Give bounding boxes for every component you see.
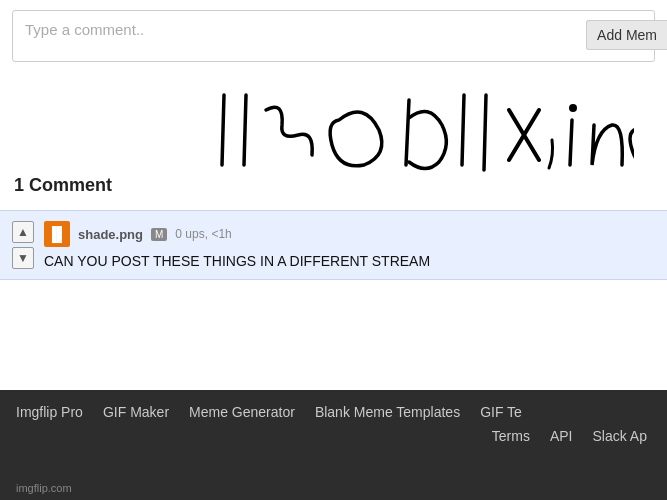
avatar: ▐▌ — [44, 221, 70, 247]
footer-link-gif-te[interactable]: GIF Te — [480, 404, 522, 420]
comment-text: CAN YOU POST THESE THINGS IN A DIFFERENT… — [44, 253, 655, 269]
comment-count: 1 Comment — [14, 175, 112, 196]
footer-link-api[interactable]: API — [550, 428, 573, 444]
comment-meta: ▐▌ shade.png M 0 ups, <1h — [44, 221, 655, 247]
username[interactable]: shade.png — [78, 227, 143, 242]
comment-input-area[interactable]: Type a comment.. — [12, 10, 655, 62]
handwriting-svg — [204, 80, 634, 190]
footer: Imgflip Pro GIF Maker Meme Generator Bla… — [0, 390, 667, 500]
downvote-button[interactable]: ▼ — [12, 247, 34, 269]
footer-links-row1: Imgflip Pro GIF Maker Meme Generator Bla… — [16, 404, 651, 420]
footer-link-blank-meme[interactable]: Blank Meme Templates — [315, 404, 460, 420]
vote-arrows: ▲ ▼ — [12, 221, 34, 269]
vote-info: 0 ups, <1h — [175, 227, 231, 241]
footer-link-slack-ap[interactable]: Slack Ap — [593, 428, 647, 444]
main-content: Type a comment.. Add Mem — [0, 10, 667, 400]
handwriting-area — [170, 75, 667, 195]
add-mem-button[interactable]: Add Mem — [586, 20, 667, 50]
footer-bottom: imgflip.com — [16, 482, 651, 500]
footer-link-imgflip-pro[interactable]: Imgflip Pro — [16, 404, 83, 420]
comment-section: ▲ ▼ ▐▌ shade.png M 0 ups, <1h CAN YOU PO… — [0, 210, 667, 280]
comment-placeholder: Type a comment.. — [25, 21, 144, 38]
upvote-button[interactable]: ▲ — [12, 221, 34, 243]
footer-links-row2: Terms API Slack Ap — [16, 428, 651, 444]
footer-link-meme-generator[interactable]: Meme Generator — [189, 404, 295, 420]
mod-badge: M — [151, 228, 167, 241]
svg-point-0 — [569, 104, 577, 112]
footer-link-gif-maker[interactable]: GIF Maker — [103, 404, 169, 420]
comment-body: ▐▌ shade.png M 0 ups, <1h CAN YOU POST T… — [44, 221, 655, 269]
imgflip-brand: imgflip.com — [16, 482, 72, 494]
footer-link-terms[interactable]: Terms — [492, 428, 530, 444]
avatar-icon: ▐▌ — [47, 227, 67, 241]
